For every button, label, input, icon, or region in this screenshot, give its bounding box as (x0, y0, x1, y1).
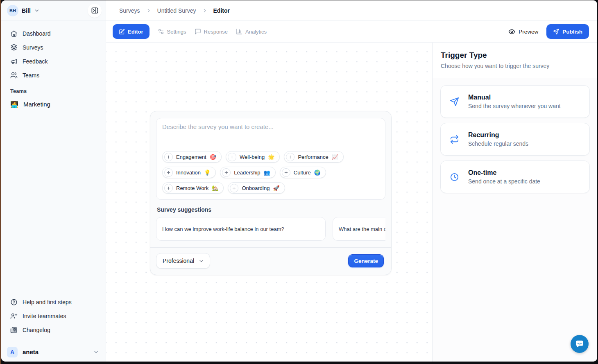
chip-label: Culture (294, 170, 311, 176)
plus-icon (164, 153, 173, 161)
repeat-icon (450, 135, 459, 144)
panel-body: Manual Send the survey whenever you want… (433, 78, 597, 193)
bulb-emoji-icon: 💡 (204, 170, 211, 176)
sidebar-item-invite[interactable]: Invite teammates (6, 309, 101, 323)
workspace-name[interactable]: Bill (22, 7, 31, 14)
breadcrumb-untitled-survey[interactable]: Untitled Survey (157, 7, 196, 14)
chip-label: Performance (298, 154, 328, 160)
chart-emoji-icon: 📈 (332, 154, 338, 160)
panel-right-icon (91, 7, 99, 14)
sidebar-item-label: Surveys (23, 44, 43, 51)
tab-label: Settings (167, 29, 186, 35)
topic-chip-remote-work[interactable]: Remote Work 🏡 (162, 182, 224, 194)
tab-editor[interactable]: Editor (113, 24, 150, 39)
tab-settings[interactable]: Settings (158, 28, 186, 35)
composer-footer: Professional Generate (150, 247, 391, 275)
sidebar: BH Bill Dashboard (1, 0, 106, 362)
chevron-down-icon[interactable] (34, 8, 40, 14)
sidebar-item-teams[interactable]: Teams (6, 68, 101, 82)
survey-composer-card: Engagement 🎯 Well-being 🌟 (150, 111, 392, 275)
star-emoji-icon: 🌟 (268, 154, 274, 160)
sidebar-item-help[interactable]: Help and first steps (6, 295, 101, 309)
trigger-option-recurring[interactable]: Recurring Schedule regular sends (440, 123, 590, 156)
content-area: Engagement 🎯 Well-being 🌟 (106, 43, 597, 362)
topic-chip-culture[interactable]: Culture 🌍 (280, 167, 326, 178)
editor-canvas[interactable]: Engagement 🎯 Well-being 🌟 (106, 43, 433, 362)
breadcrumb-surveys[interactable]: Surveys (119, 7, 140, 14)
topic-chip-leadership[interactable]: Leadership 👥 (220, 167, 276, 178)
message-icon (195, 28, 201, 35)
chip-label: Engagement (176, 154, 206, 160)
chevron-right-icon (146, 8, 152, 14)
panel-subtitle: Choose how you want to trigger the surve… (441, 63, 587, 69)
edit-icon (119, 29, 125, 35)
topic-chip-onboarding[interactable]: Onboarding 🚀 (228, 182, 285, 194)
tab-analytics[interactable]: Analytics (236, 28, 267, 35)
publish-label: Publish (562, 29, 582, 35)
topic-chip-engagement[interactable]: Engagement 🎯 (162, 151, 222, 163)
tab-response[interactable]: Response (195, 28, 228, 35)
user-plus-icon (10, 312, 18, 320)
send-icon (450, 97, 459, 106)
workspace-header: BH Bill (1, 0, 106, 21)
topic-chip-well-being[interactable]: Well-being 🌟 (226, 151, 280, 163)
newspaper-icon (10, 326, 18, 334)
suggestion-card[interactable]: How can we improve work-life balance in … (156, 217, 326, 241)
chip-label: Onboarding (242, 185, 270, 191)
tone-select[interactable]: Professional (156, 253, 210, 269)
technologist-emoji-icon: 🧑‍💻 (10, 100, 18, 108)
trigger-type-panel: Trigger Type Choose how you want to trig… (433, 43, 597, 362)
users-icon (10, 72, 18, 79)
layers-icon (10, 44, 18, 51)
option-description: Schedule regular sends (468, 140, 528, 147)
sidebar-footer-nav: Help and first steps Invite teammates Ch… (1, 290, 106, 339)
preview-button[interactable]: Preview (508, 28, 538, 35)
dart-emoji-icon: 🎯 (210, 154, 216, 160)
sidebar-item-label: Teams (23, 72, 39, 79)
workspace-avatar[interactable]: BH (7, 5, 18, 16)
panel-title: Trigger Type (441, 51, 587, 60)
publish-button[interactable]: Publish (546, 24, 589, 39)
chevron-right-icon (202, 8, 208, 14)
option-description: Send the survey whenever you want (468, 103, 561, 109)
survey-description-input[interactable] (162, 123, 379, 151)
sidebar-team-marketing[interactable]: 🧑‍💻 Marketing (1, 97, 106, 111)
chat-widget-button[interactable] (571, 335, 589, 353)
sidebar-item-changelog[interactable]: Changelog (6, 323, 101, 337)
tab-label: Response (204, 29, 228, 35)
sidebar-item-dashboard[interactable]: Dashboard (6, 27, 101, 41)
topic-chips: Engagement 🎯 Well-being 🌟 (162, 151, 379, 194)
preview-label: Preview (519, 29, 538, 35)
topic-chip-innovation[interactable]: Innovation 💡 (162, 167, 216, 178)
prompt-card: Engagement 🎯 Well-being 🌟 (156, 118, 385, 200)
trigger-option-one-time[interactable]: One-time Send once at a specific date (440, 161, 590, 193)
option-description: Send once at a specific date (468, 178, 540, 185)
eye-icon (508, 28, 515, 35)
sidebar-item-feedback[interactable]: Feedback (6, 54, 101, 68)
sidebar-item-label: Invite teammates (23, 313, 66, 319)
topic-chip-performance[interactable]: Performance 📈 (284, 151, 344, 163)
plus-icon (228, 153, 236, 161)
suggestion-card[interactable]: What are the main ob (333, 217, 385, 241)
option-title: One-time (468, 169, 540, 176)
send-icon (553, 29, 559, 35)
sidebar-item-label: Help and first steps (23, 299, 72, 305)
sidebar-item-label: Feedback (23, 58, 48, 65)
sidebar-collapse-button[interactable] (88, 4, 102, 18)
chip-label: Innovation (176, 170, 201, 176)
sliders-icon (158, 28, 164, 35)
plus-icon (164, 168, 173, 177)
account-avatar: A (7, 347, 18, 357)
teams-section-label: Teams (10, 88, 97, 94)
sidebar-item-label: Dashboard (23, 30, 51, 37)
generate-button[interactable]: Generate (348, 254, 384, 267)
account-switcher[interactable]: A aneta (1, 342, 106, 362)
chevron-down-icon (198, 258, 204, 264)
help-circle-icon (10, 298, 18, 306)
plus-icon (222, 168, 231, 177)
trigger-option-manual[interactable]: Manual Send the survey whenever you want (440, 85, 590, 118)
plus-icon (282, 168, 290, 177)
account-name: aneta (23, 348, 88, 355)
panel-header: Trigger Type Choose how you want to trig… (433, 43, 597, 78)
sidebar-item-surveys[interactable]: Surveys (6, 41, 101, 54)
